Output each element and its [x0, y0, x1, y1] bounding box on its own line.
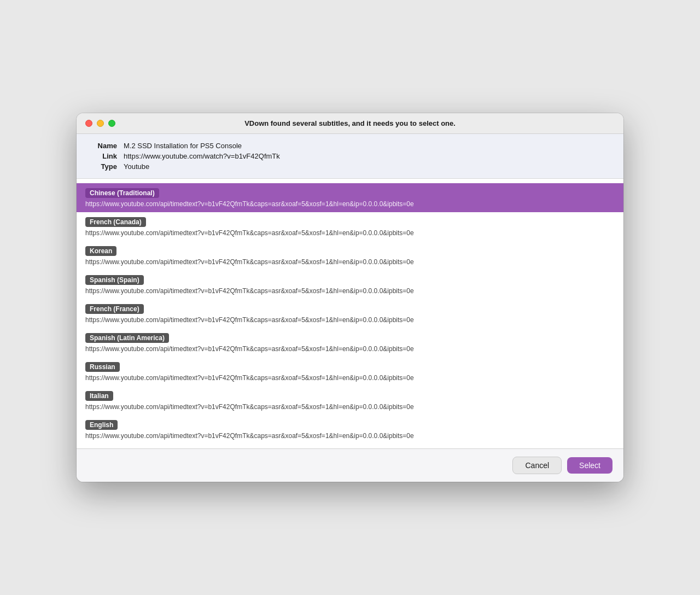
- list-item[interactable]: French (France)https://www.youtube.com/a…: [77, 299, 623, 328]
- list-item[interactable]: Englishhttps://www.youtube.com/api/timed…: [77, 415, 623, 444]
- titlebar: VDown found several subtitles, and it ne…: [77, 113, 623, 134]
- type-value: Youtube: [124, 162, 149, 171]
- list-item[interactable]: Spanish (Latin America)https://www.youtu…: [77, 328, 623, 357]
- subtitle-url: https://www.youtube.com/api/timedtext?v=…: [85, 403, 615, 411]
- select-button[interactable]: Select: [567, 457, 612, 474]
- subtitle-list[interactable]: Chinese (Traditional)https://www.youtube…: [77, 179, 623, 448]
- subtitle-url: https://www.youtube.com/api/timedtext?v=…: [85, 287, 615, 295]
- language-label: Italian: [85, 391, 113, 401]
- language-label: French (Canada): [85, 217, 146, 227]
- traffic-lights: [85, 120, 115, 127]
- list-item[interactable]: Italianhttps://www.youtube.com/api/timed…: [77, 386, 623, 415]
- language-label: English: [85, 420, 118, 430]
- name-label: Name: [90, 142, 117, 150]
- link-row: Link https://www.youtube.com/watch?v=b1v…: [90, 152, 610, 160]
- language-label: Russian: [85, 362, 120, 372]
- window-title: VDown found several subtitles, and it ne…: [244, 119, 456, 127]
- close-button[interactable]: [85, 120, 92, 127]
- dialog-window: VDown found several subtitles, and it ne…: [77, 113, 623, 482]
- subtitle-url: https://www.youtube.com/api/timedtext?v=…: [85, 345, 615, 353]
- language-label: French (France): [85, 304, 144, 314]
- language-label: Spanish (Spain): [85, 275, 144, 285]
- subtitle-url: https://www.youtube.com/api/timedtext?v=…: [85, 229, 615, 237]
- list-item[interactable]: Chinese (Traditional)https://www.youtube…: [77, 183, 623, 212]
- link-value: https://www.youtube.com/watch?v=b1vF42Qf…: [124, 152, 280, 160]
- list-item[interactable]: French (Canada)https://www.youtube.com/a…: [77, 212, 623, 241]
- language-label: Korean: [85, 246, 116, 256]
- type-label: Type: [90, 162, 117, 171]
- minimize-button[interactable]: [97, 120, 104, 127]
- language-label: Chinese (Traditional): [85, 188, 159, 198]
- subtitle-url: https://www.youtube.com/api/timedtext?v=…: [85, 374, 615, 382]
- type-row: Type Youtube: [90, 162, 610, 171]
- list-item[interactable]: Spanish (Spain)https://www.youtube.com/a…: [77, 270, 623, 299]
- list-item[interactable]: Koreanhttps://www.youtube.com/api/timedt…: [77, 241, 623, 270]
- name-row: Name M.2 SSD Installation for PS5 Consol…: [90, 142, 610, 150]
- link-label: Link: [90, 152, 117, 160]
- subtitle-url: https://www.youtube.com/api/timedtext?v=…: [85, 258, 615, 266]
- list-item[interactable]: Russianhttps://www.youtube.com/api/timed…: [77, 357, 623, 386]
- subtitle-url: https://www.youtube.com/api/timedtext?v=…: [85, 432, 615, 440]
- maximize-button[interactable]: [108, 120, 115, 127]
- name-value: M.2 SSD Installation for PS5 Console: [124, 142, 242, 150]
- subtitle-url: https://www.youtube.com/api/timedtext?v=…: [85, 200, 615, 208]
- subtitle-url: https://www.youtube.com/api/timedtext?v=…: [85, 316, 615, 324]
- cancel-button[interactable]: Cancel: [512, 457, 562, 474]
- dialog-footer: Cancel Select: [77, 448, 623, 482]
- language-label: Spanish (Latin America): [85, 333, 169, 343]
- info-section: Name M.2 SSD Installation for PS5 Consol…: [77, 134, 623, 179]
